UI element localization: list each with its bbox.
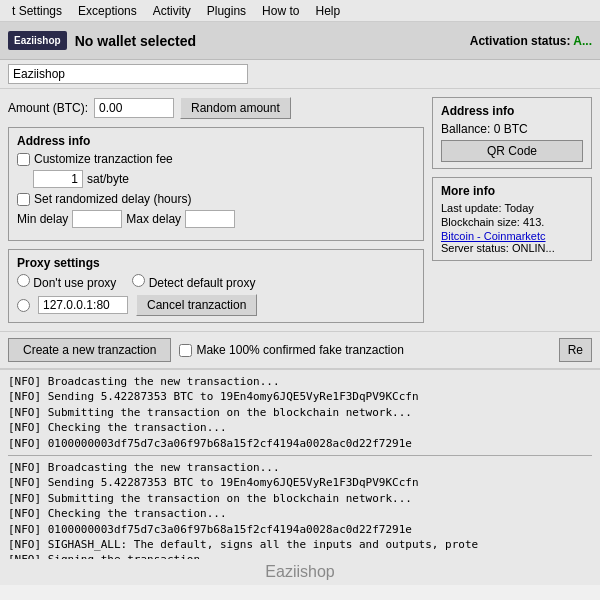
amount-row: Amount (BTC): Random amount (8, 97, 424, 119)
min-delay-input[interactable] (72, 210, 122, 228)
log-line: [NFO] Broadcasting the new transaction..… (8, 460, 592, 475)
fake-transaction-row: Make 100% confirmed fake tranzaction (179, 343, 403, 357)
more-info-box: More info Last update: Today Blockchain … (432, 177, 592, 261)
delay-checkbox[interactable] (17, 193, 30, 206)
delay-inputs-row: Min delay Max delay (17, 210, 415, 228)
coinmarket-link[interactable]: Bitcoin - Coinmarketc (441, 230, 583, 242)
proxy-settings-box: Proxy settings Don't use proxy Detect de… (8, 249, 424, 323)
left-panel: Amount (BTC): Random amount Address info… (8, 97, 424, 323)
wallet-input[interactable] (8, 64, 248, 84)
cancel-transaction-button[interactable]: Cancel tranzaction (136, 294, 257, 316)
last-update-line: Last update: Today (441, 202, 583, 214)
menubar: t Settings Exceptions Activity Plugins H… (0, 0, 600, 22)
custom-proxy-radio[interactable] (17, 299, 30, 312)
log-line: [NFO] Broadcasting the new transaction..… (8, 374, 592, 389)
re-button[interactable]: Re (559, 338, 592, 362)
footer-watermark: Eaziishop (0, 559, 600, 585)
customize-fee-checkbox[interactable] (17, 153, 30, 166)
server-status-line: Server status: ONLIN... (441, 242, 583, 254)
fake-transaction-checkbox[interactable] (179, 344, 192, 357)
qr-code-button[interactable]: QR Code (441, 140, 583, 162)
delay-checkbox-row: Set randomized delay (hours) (17, 192, 415, 206)
menu-plugins[interactable]: Plugins (199, 2, 254, 20)
menu-exceptions[interactable]: Exceptions (70, 2, 145, 20)
log-line: [NFO] 0100000003df75d7c3a06f97b68a15f2cf… (8, 522, 592, 537)
app-header: Eaziishop No wallet selected Activation … (0, 22, 600, 60)
proxy-title: Proxy settings (17, 256, 415, 270)
random-amount-button[interactable]: Random amount (180, 97, 291, 119)
sat-unit-label: sat/byte (87, 172, 129, 186)
log-line: [NFO] 0100000003df75d7c3a06f97b68a15f2cf… (8, 436, 592, 451)
more-info-title: More info (441, 184, 583, 198)
address-info-right-box: Address info Ballance: 0 BTC QR Code (432, 97, 592, 169)
log-line: [NFO] Sending 5.42287353 BTC to 19En4omy… (8, 389, 592, 404)
menu-howto[interactable]: How to (254, 2, 307, 20)
max-delay-label: Max delay (126, 212, 181, 226)
delay-label: Set randomized delay (hours) (34, 192, 191, 206)
menu-help[interactable]: Help (307, 2, 348, 20)
address-info-right-title: Address info (441, 104, 583, 118)
min-delay-label: Min delay (17, 212, 68, 226)
proxy-input-row: Cancel tranzaction (17, 294, 415, 316)
proxy-radios: Don't use proxy Detect default proxy (17, 274, 415, 290)
customize-fee-label: Customize tranzaction fee (34, 152, 173, 166)
log-divider (8, 455, 592, 456)
log-line: [NFO] SIGHASH_ALL: The default, signs al… (8, 537, 592, 552)
activation-status: Activation status: A... (470, 34, 592, 48)
blockchain-size-line: Blockchain size: 413. (441, 216, 583, 228)
address-info-title: Address info (17, 134, 415, 148)
log-line: [NFO] Signing the transaction... (8, 552, 592, 559)
balance-display: Ballance: 0 BTC (441, 122, 583, 136)
amount-label: Amount (BTC): (8, 101, 88, 115)
address-info-box: Address info Customize tranzaction fee s… (8, 127, 424, 241)
fee-value-input[interactable] (33, 170, 83, 188)
sat-row: sat/byte (17, 170, 415, 188)
menu-activity[interactable]: Activity (145, 2, 199, 20)
wallet-dropdown-row (0, 60, 600, 89)
right-panel: Address info Ballance: 0 BTC QR Code Mor… (432, 97, 592, 323)
customize-fee-row: Customize tranzaction fee (17, 152, 415, 166)
log-area: [NFO] Broadcasting the new transaction..… (0, 369, 600, 559)
create-transaction-button[interactable]: Create a new tranzaction (8, 338, 171, 362)
log-line: [NFO] Sending 5.42287353 BTC to 19En4omy… (8, 475, 592, 490)
menu-settings[interactable]: t Settings (4, 2, 70, 20)
log-line: [NFO] Checking the transaction... (8, 506, 592, 521)
no-proxy-option[interactable]: Don't use proxy (17, 274, 116, 290)
no-proxy-radio[interactable] (17, 274, 30, 287)
log-line: [NFO] Checking the transaction... (8, 420, 592, 435)
log-line: [NFO] Submitting the transaction on the … (8, 405, 592, 420)
detect-proxy-radio[interactable] (132, 274, 145, 287)
logo: Eaziishop (8, 31, 67, 50)
fake-transaction-label: Make 100% confirmed fake tranzaction (196, 343, 403, 357)
max-delay-input[interactable] (185, 210, 235, 228)
action-bar: Create a new tranzaction Make 100% confi… (0, 331, 600, 369)
amount-input[interactable] (94, 98, 174, 118)
page-title: No wallet selected (75, 33, 470, 49)
detect-proxy-option[interactable]: Detect default proxy (132, 274, 255, 290)
proxy-address-input[interactable] (38, 296, 128, 314)
main-content: Amount (BTC): Random amount Address info… (0, 89, 600, 331)
log-line: [NFO] Submitting the transaction on the … (8, 491, 592, 506)
